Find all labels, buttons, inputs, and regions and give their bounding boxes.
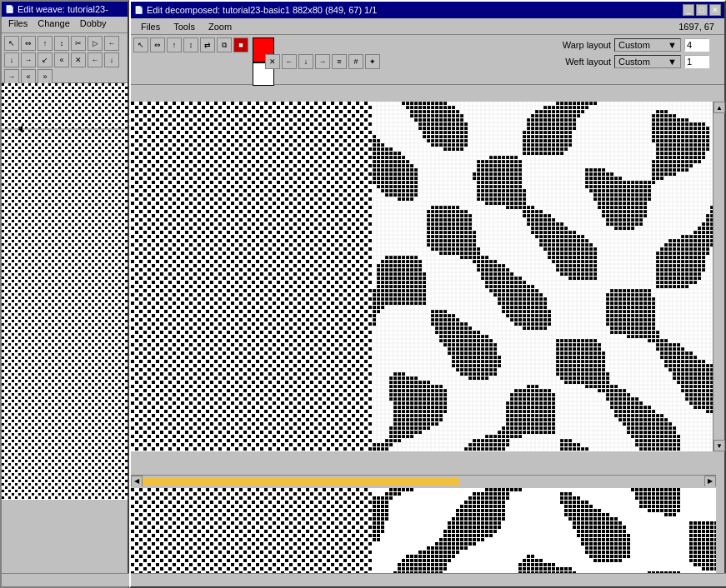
tool-r2[interactable]: « [54, 52, 69, 67]
weave-toolbar: ↖ ⇔ ↑ ↕ ✂ ▷ ← ↓ → ↙ « ✕ ← ↓ → « » [2, 33, 128, 83]
tool-x[interactable]: ✕ [71, 52, 86, 67]
weave-menubar: Files Change Dobby [2, 17, 128, 33]
weave-window: 📄 Edit weave: tutorial23- Files Change D… [0, 0, 129, 588]
tool-updown[interactable]: ↕ [54, 36, 69, 51]
warp-layout-dropdown[interactable]: Custom ▼ [614, 38, 681, 52]
tool-ll[interactable]: « [21, 69, 36, 84]
minimize-button[interactable]: _ [683, 4, 694, 16]
decomp-tool-grid[interactable]: # [348, 54, 363, 69]
warp-layout-row: Warp layout Custom ▼ [548, 38, 709, 52]
tool-up[interactable]: ↑ [38, 36, 53, 51]
decomp-tool-updown[interactable]: ↕ [183, 37, 198, 52]
decomp-titlebar: 📄 Edit decomposed: tutorial23-basic1 882… [131, 2, 724, 18]
vertical-scrollbar[interactable]: ▲ ▼ [713, 102, 724, 451]
tool-cut[interactable]: ✂ [71, 36, 86, 51]
decomp-menu-zoom[interactable]: Zoom [202, 22, 238, 32]
maximize-button[interactable]: □ [696, 4, 708, 16]
bottom-pattern-canvas [131, 488, 716, 573]
weft-layout-label: Weft layout [548, 57, 611, 67]
scroll-up-button[interactable]: ▲ [713, 102, 725, 113]
decomp-tool-left[interactable]: ← [282, 54, 297, 69]
weave-titlebar: 📄 Edit weave: tutorial23- [2, 2, 128, 17]
decomp-tool-fill[interactable]: ■ [233, 37, 248, 52]
decomp-tool-right[interactable]: → [315, 54, 330, 69]
weave-statusbar [2, 573, 131, 586]
decomp-tool-up[interactable]: ↑ [167, 37, 182, 52]
layout-controls: Warp layout Custom ▼ Weft layout Custom … [545, 35, 713, 72]
decomp-tool-select[interactable]: ↖ [133, 37, 148, 52]
weft-dropdown-arrow: ▼ [668, 57, 677, 67]
tool-right[interactable]: → [21, 52, 36, 67]
tool-rr[interactable]: » [38, 69, 53, 84]
scroll-down-button[interactable]: ▼ [713, 440, 725, 451]
decomp-tool-copy[interactable]: ⧉ [217, 37, 232, 52]
warp-layout-input[interactable] [684, 38, 709, 52]
title-buttons: _ □ ✕ [683, 4, 721, 16]
horizontal-scrollbar[interactable]: ◀ ▶ [131, 475, 716, 486]
decomp-tool-x[interactable]: ✕ [265, 54, 280, 69]
decomp-tool-bars[interactable]: ≡ [332, 54, 347, 69]
decomp-menubar: Files Tools Zoom 1697, 67 [131, 18, 724, 35]
weft-layout-dropdown[interactable]: Custom ▼ [614, 55, 681, 68]
scroll-thumb-h[interactable] [143, 477, 459, 486]
weave-title: Edit weave: tutorial23- [18, 4, 108, 14]
decomp-title: Edit decomposed: tutorial23-basic1 882x8… [147, 5, 683, 15]
tool-la[interactable]: ← [88, 52, 103, 67]
decomp-tool-hflip[interactable]: ⇔ [150, 37, 165, 52]
main-canvas-area[interactable] [131, 102, 716, 451]
tool-ra[interactable]: → [4, 69, 19, 84]
bottom-pattern-panel [131, 486, 716, 573]
warp-dropdown-arrow: ▼ [668, 40, 677, 50]
tool-move[interactable]: ⇔ [21, 36, 36, 51]
decomp-menu-tools[interactable]: Tools [167, 22, 202, 32]
tool-da[interactable]: ↓ [104, 52, 119, 67]
tool-left[interactable]: ← [104, 36, 119, 51]
weft-layout-input[interactable] [684, 55, 709, 68]
close-button[interactable]: ✕ [709, 4, 721, 16]
tool-r1[interactable]: ▷ [88, 36, 103, 51]
decomp-statusbar [131, 573, 726, 586]
weave-menu-files[interactable]: Files [3, 18, 33, 31]
scroll-track-h [143, 477, 704, 486]
weave-menu-dobby[interactable]: Dobby [75, 18, 112, 31]
weft-layout-row: Weft layout Custom ▼ [548, 55, 709, 68]
weft-layout-value: Custom [618, 57, 650, 67]
scroll-left-button[interactable]: ◀ [131, 476, 143, 487]
decomp-pattern-canvas[interactable] [131, 102, 716, 451]
tool-dl[interactable]: ↙ [38, 52, 53, 67]
warp-layout-value: Custom [618, 40, 650, 50]
decomp-menu-files[interactable]: Files [134, 22, 167, 32]
decomp-tool-down[interactable]: ↓ [298, 54, 313, 69]
decomp-tool-fliplr[interactable]: ⇄ [200, 37, 215, 52]
scroll-right-button[interactable]: ▶ [704, 476, 716, 487]
decomp-window: 📄 Edit decomposed: tutorial23-basic1 882… [129, 0, 726, 588]
coords-display: 1697, 67 [672, 22, 721, 32]
weave-pattern-canvas[interactable] [2, 83, 128, 500]
tool-select[interactable]: ↖ [4, 36, 19, 51]
weave-menu-change[interactable]: Change [33, 18, 75, 31]
tool-down[interactable]: ↓ [4, 52, 19, 67]
warp-layout-label: Warp layout [548, 40, 611, 50]
decomp-tool-cross[interactable]: ✦ [365, 54, 380, 69]
decomp-toolbar: ↖ ⇔ ↑ ↕ ⇄ ⧉ ■ ✕ ← ↓ → ≡ # ✦ Warp layout … [131, 35, 724, 85]
scroll-track-v [713, 113, 724, 440]
